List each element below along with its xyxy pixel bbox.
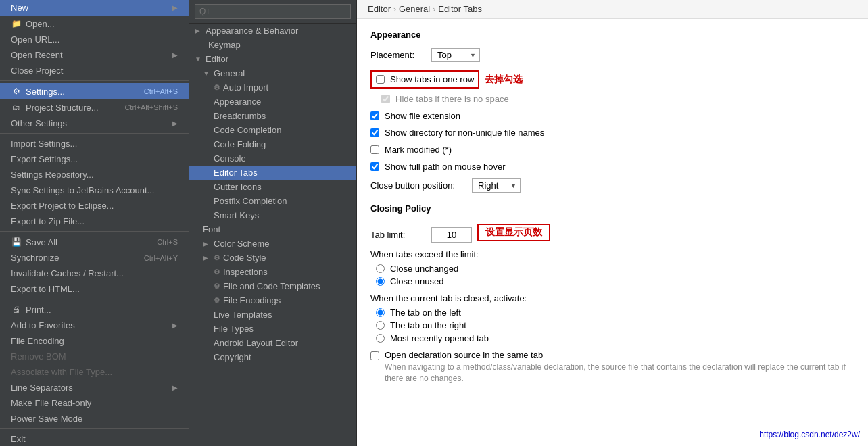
tree-item-codecompletion[interactable]: Code Completion (189, 123, 356, 137)
close-unchanged-radio[interactable] (376, 264, 385, 273)
menu-item-exporteclipse[interactable]: Export Project to Eclipse... (0, 198, 189, 214)
search-box (189, 0, 356, 24)
menu-item-makereadonly[interactable]: Make File Read-only (0, 395, 189, 411)
menu-item-open[interactable]: 📁 Open... (0, 16, 189, 32)
tree-item-livetemplates[interactable]: Live Templates (189, 307, 356, 322)
tree-item-inspections[interactable]: ⚙ Inspections (189, 265, 356, 279)
keymap-label: Keymap (208, 40, 241, 50)
menu-item-importsettings[interactable]: Import Settings... (0, 136, 189, 151)
general-arrow: ▼ (203, 70, 211, 77)
inspections-icon: ⚙ (214, 268, 220, 276)
menu-item-removebom: Remove BOM (0, 349, 189, 364)
show-tabs-checkbox-row: Show tabs in one row (370, 70, 479, 89)
open-decl-content: Open declaration source in the same tab … (385, 350, 854, 385)
postfixcompletion-label: Postfix Completion (214, 196, 287, 206)
menu-item-synchronize[interactable]: Synchronize Ctrl+Alt+Y (0, 250, 189, 266)
menu-item-exporthtml[interactable]: Export to HTML... (0, 281, 189, 297)
tree-item-autoimport[interactable]: ⚙ Auto Import (189, 80, 356, 95)
show-directory-checkbox[interactable] (370, 128, 379, 137)
menu-item-settingsrepo[interactable]: Settings Repository... (0, 167, 189, 182)
menu-item-projectstructure[interactable]: 🗂 Project Structure... Ctrl+Alt+Shift+S (0, 99, 189, 116)
tree-item-font[interactable]: Font (189, 222, 356, 237)
copyright-label: Copyright (214, 352, 251, 362)
tree-item-codefolding[interactable]: Code Folding (189, 137, 356, 151)
tree-item-editor[interactable]: ▼ Editor (189, 52, 356, 66)
tree-item-colorscheme[interactable]: ▶ Color Scheme (189, 237, 356, 251)
othersettings-arrow: ▶ (172, 120, 178, 127)
close-btn-select[interactable]: Right Left Hidden (472, 178, 521, 193)
breadcrumb-sep-1: › (393, 5, 396, 14)
associatefiletype-label: Associate with File Type... (11, 367, 112, 377)
makereadonly-label: Make File Read-only (11, 398, 91, 408)
show-tabs-row-wrapper: Show tabs in one row 去掉勾选 (370, 70, 854, 89)
menu-item-openrecent[interactable]: Open Recent ▶ (0, 47, 189, 63)
tree-item-fileencodings[interactable]: ⚙ File Encodings (189, 293, 356, 307)
tree-item-console[interactable]: Console (189, 151, 356, 166)
tree-item-postfixcompletion[interactable]: Postfix Completion (189, 194, 356, 208)
menu-item-othersettings[interactable]: Other Settings ▶ (0, 116, 189, 131)
exporteclipse-label: Export Project to Eclipse... (11, 201, 114, 211)
tab-limit-input[interactable] (431, 227, 472, 243)
tree-item-appearance[interactable]: ▶ Appearance & Behavior (189, 24, 356, 38)
show-fullpath-checkbox[interactable] (370, 162, 379, 171)
search-input[interactable] (195, 4, 351, 19)
placement-label: Placement: (370, 50, 425, 60)
separator-4 (0, 299, 189, 299)
breadcrumbs-label: Breadcrumbs (214, 111, 266, 121)
open-decl-checkbox[interactable] (370, 351, 379, 360)
show-tabs-checkbox[interactable] (376, 75, 385, 84)
show-extension-checkbox[interactable] (370, 112, 379, 120)
menu-item-closeproject[interactable]: Close Project (0, 63, 189, 78)
tree-item-editortabs[interactable]: Editor Tabs (189, 166, 356, 180)
guttericons-label: Gutter Icons (214, 182, 262, 192)
tab-left-label: The tab on the left (390, 307, 461, 318)
menu-item-invalidatecaches[interactable]: Invalidate Caches / Restart... (0, 266, 189, 281)
placement-select[interactable]: Top Bottom Left Right (431, 48, 480, 62)
mark-modified-checkbox[interactable] (370, 145, 379, 154)
androidlayout-label: Android Layout Editor (214, 338, 298, 348)
close-unused-radio[interactable] (376, 277, 385, 286)
tree-item-codestyle[interactable]: ▶ ⚙ Code Style (189, 251, 356, 265)
menu-item-exit[interactable]: Exit (0, 431, 189, 446)
filecodetemplates-icon: ⚙ (214, 282, 220, 291)
tree-item-keymap[interactable]: Keymap (189, 38, 356, 52)
tree-item-appearance2[interactable]: Appearance (189, 95, 356, 109)
tab-right-radio[interactable] (376, 321, 385, 330)
invalidatecaches-label: Invalidate Caches / Restart... (11, 268, 124, 278)
tree-item-androidlayout[interactable]: Android Layout Editor (189, 336, 356, 350)
menu-item-fileencoding[interactable]: File Encoding (0, 333, 189, 349)
menu-item-exportzip[interactable]: Export to Zip File... (0, 214, 189, 229)
tree-item-general[interactable]: ▼ General (189, 66, 356, 80)
hide-tabs-checkbox (381, 95, 390, 103)
tree-item-breadcrumbs[interactable]: Breadcrumbs (189, 109, 356, 123)
saveall-shortcut: Ctrl+S (157, 238, 178, 246)
synchronize-label: Synchronize (11, 253, 59, 263)
tab-recent-radio[interactable] (376, 334, 385, 343)
editor-label: Editor (206, 54, 228, 64)
menu-item-saveall[interactable]: 💾 Save All Ctrl+S (0, 234, 189, 250)
removebom-label: Remove BOM (11, 351, 66, 362)
tree-item-smartkeys[interactable]: Smart Keys (189, 208, 356, 222)
menu-item-print[interactable]: 🖨 Print... (0, 301, 189, 318)
show-extension-row: Show file extension (370, 109, 854, 122)
tab-left-radio[interactable] (376, 308, 385, 317)
tree-item-copyright[interactable]: Copyright (189, 350, 356, 364)
tree-item-filetypes[interactable]: File Types (189, 322, 356, 336)
folder-icon: 📁 (11, 18, 22, 29)
addfavorites-label: Add to Favorites (11, 320, 75, 330)
menu-item-new[interactable]: New ▶ (0, 0, 189, 16)
menu-item-lineseparators[interactable]: Line Separators ▶ (0, 380, 189, 395)
new-label: New (11, 3, 28, 13)
menu-item-openurl[interactable]: Open URL... (0, 32, 189, 47)
codestyle-label: Code Style (223, 253, 266, 263)
menu-item-settings[interactable]: ⚙ Settings... Ctrl+Alt+S (0, 83, 189, 99)
menu-item-addfavorites[interactable]: Add to Favorites ▶ (0, 318, 189, 333)
console-label: Console (214, 153, 246, 164)
tree-item-guttericons[interactable]: Gutter Icons (189, 180, 356, 194)
menu-item-exportsettings[interactable]: Export Settings... (0, 151, 189, 167)
tab-right-row: The tab on the right (370, 320, 854, 330)
tree-item-filecodetemplates[interactable]: ⚙ File and Code Templates (189, 279, 356, 293)
menu-item-powersave[interactable]: Power Save Mode (0, 411, 189, 426)
menu-item-syncsettings[interactable]: Sync Settings to JetBrains Account... (0, 182, 189, 198)
when-closed-label: When the current tab is closed, activate… (370, 293, 854, 303)
